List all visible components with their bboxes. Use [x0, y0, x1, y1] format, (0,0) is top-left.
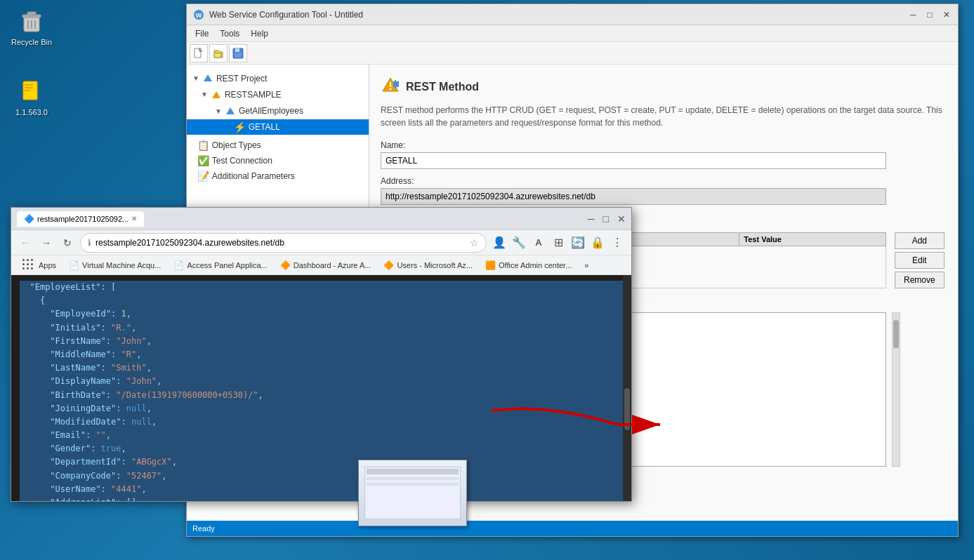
- extensions-icon[interactable]: 🔧: [511, 234, 527, 251]
- bookmark-more[interactable]: »: [579, 260, 594, 271]
- bookmark-users-icon: 🔶: [383, 260, 394, 270]
- main-window-title: Web Service Configuration Tool - Untitle…: [209, 10, 907, 20]
- browser-toolbar-icons: 👤 🔧 A ⊞ 🔄 🔒 ⋮: [491, 234, 626, 251]
- browser-tab[interactable]: 🔷 restsample20171025092... ✕: [17, 211, 144, 227]
- browser-scrollbar[interactable]: [623, 275, 631, 501]
- json-line-4: "Initials": "R.",: [20, 321, 623, 335]
- bookmark-office-icon: 🟧: [485, 260, 496, 270]
- version-label: 1.1.563.0: [15, 108, 48, 116]
- menu-help[interactable]: Help: [245, 27, 274, 40]
- bookmark-office[interactable]: 🟧 Office Admin center...: [480, 259, 577, 272]
- json-line-6: "MiddleName": "R",: [20, 348, 623, 361]
- sync-icon[interactable]: 🔄: [570, 234, 586, 251]
- json-line-14: "DepartmentId": "ABGgcX",: [20, 455, 623, 469]
- menu-tools[interactable]: Tools: [214, 27, 245, 40]
- toolbar-open[interactable]: [209, 44, 228, 62]
- bookmark-apps[interactable]: Apps: [17, 258, 62, 272]
- bookmark-dash-icon: 🔶: [280, 260, 291, 270]
- tree-restsample[interactable]: ▼ RESTSAMPLE: [187, 86, 369, 102]
- svg-marker-19: [204, 74, 212, 81]
- edit-button[interactable]: Edit: [895, 252, 945, 269]
- browser-close[interactable]: ✕: [617, 213, 626, 225]
- svg-rect-25: [393, 81, 399, 87]
- svg-point-24: [390, 88, 392, 91]
- address-input[interactable]: [381, 188, 886, 205]
- bookmark-ap-label: Access Panel Applica...: [187, 261, 267, 269]
- svg-rect-7: [25, 84, 33, 86]
- address-label: Address:: [381, 176, 947, 186]
- json-line-2: {: [20, 294, 623, 307]
- recycle-bin-label: Recycle Bin: [11, 38, 52, 46]
- json-line-3: "EmployeeId": 1,: [20, 307, 623, 321]
- json-line-1: "EmployeeList": [: [20, 281, 623, 294]
- bookmark-users-label: Users - Microsoft Az...: [397, 261, 473, 269]
- tab-icon: 🔷: [24, 214, 34, 224]
- section-description: REST method performs the HTTP CRUD (GET …: [381, 104, 947, 129]
- status-bar: Ready: [187, 521, 958, 536]
- menu-icon[interactable]: ⋮: [609, 234, 626, 251]
- refresh-button[interactable]: ↻: [59, 234, 76, 251]
- browser-win-controls: ─ □ ✕: [588, 213, 626, 225]
- address-info-icon: ℹ: [88, 238, 91, 248]
- apps-grid-icon: [22, 259, 34, 271]
- sample-response-scrollbar[interactable]: [892, 312, 900, 467]
- bookmarks-bar: Apps 📄 Virtual Machine Acqu... 📄 Access …: [11, 255, 631, 275]
- json-line-16: "UserName": "4441",: [20, 483, 623, 496]
- tree-test-connection[interactable]: ✅ Test Connection: [187, 153, 369, 168]
- browser-maximize[interactable]: □: [603, 213, 609, 225]
- file-desktop-icon[interactable]: 1.1.563.0: [7, 77, 56, 116]
- svg-rect-9: [25, 90, 30, 91]
- bookmark-access-panel[interactable]: 📄 Access Panel Applica...: [168, 259, 272, 272]
- thumbnail-inner: [359, 460, 466, 526]
- section-title-text: REST Method: [406, 81, 479, 93]
- browser-titlebar: 🔷 restsample20171025092... ✕ ─ □ ✕: [11, 208, 631, 230]
- json-line-7: "LastName": "Smith",: [20, 361, 623, 375]
- toolbar: [187, 42, 958, 65]
- bookmark-vm-icon: 📄: [69, 260, 79, 270]
- tree-rest-project[interactable]: ▼ REST Project: [187, 70, 369, 86]
- tree-getallemployees[interactable]: ▼ GetAllEmployees: [187, 103, 369, 119]
- lock-icon[interactable]: 🔒: [589, 234, 606, 251]
- bookmark-dash-label: Dashboard - Azure A...: [294, 261, 371, 269]
- browser-window: 🔷 restsample20171025092... ✕ ─ □ ✕ ← → ↻…: [11, 207, 632, 502]
- bookmark-vm[interactable]: 📄 Virtual Machine Acqu...: [63, 259, 166, 272]
- json-line-8: "DisplayName": "John",: [20, 375, 623, 388]
- name-input[interactable]: [381, 152, 886, 169]
- forward-button[interactable]: →: [38, 234, 55, 251]
- close-button[interactable]: ✕: [941, 9, 952, 20]
- toolbar-new[interactable]: [190, 44, 208, 62]
- add-button[interactable]: Add: [895, 232, 945, 249]
- tab-close-icon[interactable]: ✕: [131, 215, 137, 222]
- toolbar-save[interactable]: [229, 44, 247, 62]
- back-button[interactable]: ←: [17, 234, 34, 251]
- maximize-button[interactable]: □: [924, 9, 935, 20]
- bookmark-users[interactable]: 🔶 Users - Microsoft Az...: [378, 259, 478, 272]
- name-field-row: Name:: [381, 140, 947, 169]
- browser-navbar: ← → ↻ ℹ ☆ 👤 🔧 A ⊞ 🔄 🔒 ⋮: [11, 230, 631, 255]
- tree-object-types[interactable]: 📋 Object Types: [187, 138, 369, 153]
- bookmark-dashboard[interactable]: 🔶 Dashboard - Azure A...: [275, 259, 377, 272]
- svg-rect-17: [235, 48, 239, 52]
- bookmark-office-label: Office Admin center...: [499, 261, 572, 269]
- minimize-button[interactable]: ─: [907, 9, 919, 20]
- recycle-bin-icon[interactable]: Recycle Bin: [7, 7, 56, 46]
- thumbnail-preview: [358, 460, 467, 526]
- remove-button[interactable]: Remove: [895, 272, 945, 288]
- col-test: Test Value: [739, 233, 886, 246]
- tree-additional-params[interactable]: 📝 Additional Parameters: [187, 168, 369, 184]
- main-window-titlebar: W Web Service Configuration Tool - Untit…: [187, 4, 958, 25]
- address-bar-container[interactable]: ℹ ☆: [80, 233, 487, 253]
- menu-file[interactable]: File: [190, 27, 214, 40]
- json-content-area[interactable]: "EmployeeList": [ { "EmployeeId": 1, "In…: [11, 275, 631, 501]
- windows-icon[interactable]: ⊞: [550, 234, 567, 251]
- tree-getall[interactable]: ⚡ GETALL: [187, 119, 369, 135]
- star-icon[interactable]: ☆: [470, 237, 479, 248]
- svg-text:W: W: [196, 12, 202, 19]
- profile-icon[interactable]: 👤: [491, 234, 508, 251]
- font-icon[interactable]: A: [530, 234, 547, 251]
- tab-label: restsample20171025092...: [37, 215, 129, 223]
- browser-minimize[interactable]: ─: [588, 213, 595, 225]
- address-bar-input[interactable]: [96, 238, 466, 248]
- svg-rect-2: [27, 12, 36, 15]
- svg-marker-20: [212, 91, 221, 98]
